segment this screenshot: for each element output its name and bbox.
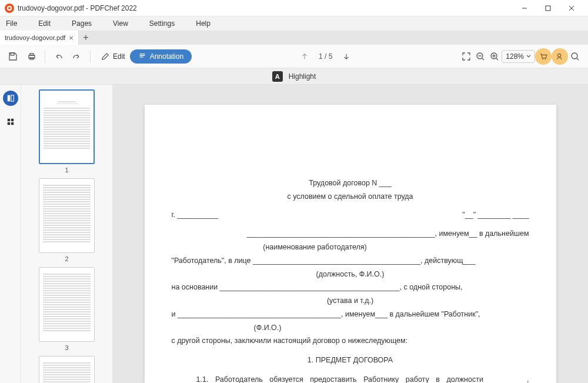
svg-rect-24 <box>7 119 9 121</box>
thumbnail-4[interactable] <box>39 356 95 383</box>
thumbnails-panel-button[interactable] <box>3 91 18 106</box>
doc-hint: (наименование работодателя) <box>172 242 529 253</box>
svg-point-20 <box>572 53 577 59</box>
zoom-selector[interactable]: 128% <box>502 50 535 63</box>
svg-rect-3 <box>546 6 550 11</box>
title-bar: trudovoy-dogovor.pdf - PDFChef 2022 <box>0 0 588 16</box>
toolbar: Edit Annotation 1 / 5 128% <box>0 45 588 68</box>
annotation-subbar: A Highlight <box>0 68 588 85</box>
svg-line-11 <box>482 58 484 60</box>
zoom-value: 128% <box>506 52 524 61</box>
doc-hint: (устава и т.д.) <box>172 295 529 307</box>
svg-rect-8 <box>30 54 34 55</box>
menu-pages[interactable]: Pages <box>72 19 92 28</box>
minimize-button[interactable] <box>513 0 536 16</box>
page-up-icon[interactable] <box>298 49 312 64</box>
redo-icon[interactable] <box>70 49 84 64</box>
highlight-label: Highlight <box>289 72 316 81</box>
tab-close-icon[interactable]: × <box>69 34 74 42</box>
shop-search-button[interactable] <box>552 48 568 65</box>
annotation-label: Annotation <box>150 52 183 61</box>
edit-label: Edit <box>113 52 125 61</box>
menu-file[interactable]: File <box>6 19 17 28</box>
tab-label: trudovoy-dogovor.pdf <box>5 34 65 41</box>
page-indicator: 1 / 5 <box>319 52 332 61</box>
thumbnail-2[interactable]: 2 <box>39 178 95 262</box>
edit-mode-button[interactable]: Edit <box>96 50 130 63</box>
annotation-icon <box>138 52 146 61</box>
sidebar-rail <box>0 85 21 383</box>
menu-edit[interactable]: Edit <box>38 19 51 28</box>
window-title: trudovoy-dogovor.pdf - PDFChef 2022 <box>18 4 513 12</box>
undo-icon[interactable] <box>51 49 65 64</box>
new-tab-button[interactable]: + <box>79 31 93 45</box>
document-viewport[interactable]: Трудовой договор N ___ с условием о сдел… <box>112 85 588 383</box>
fullscreen-icon[interactable] <box>459 49 473 64</box>
thumbnail-panel: 1 2 3 <box>21 85 112 383</box>
document-tab[interactable]: trudovoy-dogovor.pdf × <box>0 31 79 45</box>
svg-point-19 <box>558 54 561 56</box>
print-icon[interactable] <box>25 49 39 64</box>
zoom-out-icon[interactable] <box>473 49 487 64</box>
cart-icon <box>539 52 547 61</box>
person-search-icon <box>556 52 564 61</box>
svg-point-17 <box>542 58 543 59</box>
page-down-icon[interactable] <box>339 49 353 64</box>
doc-date: "__" ________ ____ <box>462 209 529 221</box>
doc-line: ________________________________________… <box>172 228 529 239</box>
doc-section: 1. ПРЕДМЕТ ДОГОВОРА <box>172 355 529 366</box>
annotation-mode-button[interactable]: Annotation <box>130 49 192 64</box>
doc-line: и ______________________________________… <box>172 309 529 320</box>
doc-hint: (должность, Ф.И.О.) <box>172 269 529 280</box>
maximize-button[interactable] <box>536 0 560 16</box>
svg-point-18 <box>545 58 546 59</box>
search-icon[interactable] <box>568 49 582 64</box>
svg-line-14 <box>496 58 498 60</box>
doc-hint: (Ф.И.О.) <box>172 322 529 334</box>
chevron-down-icon <box>526 54 531 59</box>
menu-settings[interactable]: Settings <box>149 19 175 28</box>
thumb-number: 3 <box>65 344 68 351</box>
save-icon[interactable] <box>6 49 20 64</box>
doc-city: г. __________ <box>172 209 219 221</box>
doc-line: на основании ___________________________… <box>172 282 529 293</box>
document-page: Трудовой договор N ___ с условием о сдел… <box>145 105 556 383</box>
svg-rect-22 <box>7 95 9 102</box>
svg-rect-26 <box>7 122 9 125</box>
doc-subtitle: с условием о сдельной оплате труда <box>172 191 529 202</box>
svg-rect-25 <box>11 119 13 121</box>
pencil-icon <box>101 52 109 61</box>
doc-line: с другой стороны, заключили настоящий до… <box>172 335 529 347</box>
doc-paragraph: 1.1. Работодатель обязуется предоставить… <box>172 374 529 383</box>
svg-line-21 <box>577 58 579 60</box>
thumbnail-3[interactable]: 3 <box>39 267 95 351</box>
app-icon <box>5 4 14 13</box>
menu-bar: File Edit Pages View Settings Help <box>0 16 588 31</box>
thumbnail-1[interactable]: 1 <box>39 89 95 174</box>
highlight-icon[interactable]: A <box>272 71 283 82</box>
svg-point-1 <box>8 7 11 9</box>
shop-button[interactable] <box>535 48 552 65</box>
thumb-number: 1 <box>65 166 68 174</box>
doc-title: Трудовой договор N ___ <box>172 178 529 189</box>
svg-rect-6 <box>11 53 14 55</box>
grid-panel-button[interactable] <box>3 114 18 129</box>
tab-bar: trudovoy-dogovor.pdf × + <box>0 31 588 45</box>
svg-rect-27 <box>11 122 13 125</box>
svg-rect-23 <box>11 95 13 102</box>
menu-help[interactable]: Help <box>196 19 211 28</box>
menu-view[interactable]: View <box>113 19 128 28</box>
doc-line: "Работодатель", в лице _________________… <box>172 255 529 267</box>
close-button[interactable] <box>560 0 583 16</box>
thumb-number: 2 <box>65 255 68 262</box>
zoom-in-icon[interactable] <box>487 49 502 64</box>
